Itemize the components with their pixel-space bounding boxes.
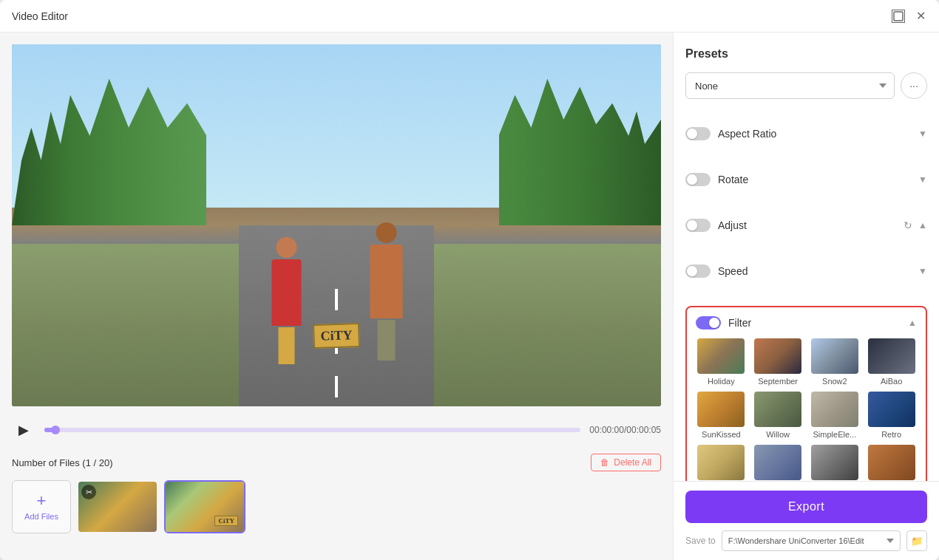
rotate-label: Rotate xyxy=(718,174,748,185)
delete-all-button[interactable]: 🗑 Delete All xyxy=(591,454,661,471)
close-button[interactable]: ✕ xyxy=(914,10,927,23)
filter-thumb-sunkissed xyxy=(697,392,745,427)
progress-bar[interactable] xyxy=(44,428,580,432)
aspect-ratio-toggle[interactable] xyxy=(685,127,711,140)
title-bar: Video Editor ✕ xyxy=(0,0,939,33)
filter-item-snow2[interactable]: Snow2 xyxy=(810,338,861,386)
adjust-row[interactable]: Adjust ↻ ▲ xyxy=(685,214,927,236)
refresh-icon[interactable]: ↻ xyxy=(904,219,912,231)
add-files-label: Add Files xyxy=(24,512,58,521)
folder-icon: 📁 xyxy=(911,536,923,547)
filter-item-sunkissed[interactable]: SunKissed xyxy=(696,392,747,439)
folder-button[interactable]: 📁 xyxy=(906,530,927,551)
presets-select[interactable]: None xyxy=(685,72,895,99)
export-button[interactable]: Export xyxy=(685,491,927,523)
filter-item-fuzzy[interactable]: Fuzzy xyxy=(866,445,917,481)
filter-label-sunkissed: SunKissed xyxy=(702,430,741,439)
filter-section: Filter ▲ HolidaySeptemberSnow2AiBaoSunKi… xyxy=(685,306,927,481)
aspect-ratio-label: Aspect Ratio xyxy=(718,128,776,140)
filter-label-snow2: Snow2 xyxy=(822,377,847,386)
play-button[interactable]: ▶ xyxy=(12,418,35,442)
filter-chevron[interactable]: ▲ xyxy=(908,318,917,328)
speed-chevron: ▼ xyxy=(918,266,927,276)
add-files-button[interactable]: + Add Files xyxy=(12,480,71,533)
filter-thumb-raindrop xyxy=(754,445,801,480)
filter-item-aibao[interactable]: AiBao xyxy=(866,338,917,386)
thumbnails-row: + Add Files ✂ CiTY xyxy=(12,480,661,533)
main-window: Video Editor ✕ xyxy=(0,0,939,560)
filter-item-willow[interactable]: Willow xyxy=(753,392,804,439)
city-sign: CiTY xyxy=(313,323,360,349)
scissors-icon: ✂ xyxy=(81,485,96,499)
rotate-row[interactable]: Rotate ▼ xyxy=(685,168,927,191)
rotate-toggle[interactable] xyxy=(685,173,711,186)
right-panel: Presets None ··· xyxy=(673,33,939,560)
toggle-knob-filter xyxy=(709,318,719,328)
play-icon: ▶ xyxy=(18,422,29,438)
filter-thumb-bwnoise xyxy=(811,445,858,480)
thumbnail-bg-active: CiTY xyxy=(166,482,244,532)
more-options-button[interactable]: ··· xyxy=(901,72,927,99)
playback-controls: ▶ 00:00:00/00:00:05 xyxy=(12,415,661,445)
filter-grid: HolidaySeptemberSnow2AiBaoSunKissedWillo… xyxy=(696,338,917,481)
filter-label: Filter xyxy=(728,317,751,329)
thumbnail-item-active[interactable]: CiTY xyxy=(164,480,245,533)
person2 xyxy=(365,222,409,370)
trash-icon: 🗑 xyxy=(600,457,609,468)
files-section: Number of Files (1 / 20) 🗑 Delete All xyxy=(12,454,661,471)
video-player: CiTY xyxy=(12,44,661,406)
panel-footer: Export Save to F:\Wondershare UniConvert… xyxy=(674,481,939,560)
filter-item-simpleele[interactable]: SimpleEle... xyxy=(810,392,861,439)
thumbnail-sign: CiTY xyxy=(214,516,238,526)
main-content: CiTY ▶ xyxy=(0,33,939,560)
section-right-adjust: ↻ ▲ xyxy=(904,219,927,231)
aspect-ratio-row[interactable]: Aspect Ratio ▼ xyxy=(685,123,927,145)
filter-header-left: Filter xyxy=(696,316,751,329)
speed-label: Speed xyxy=(718,265,748,277)
panel-inner: Presets None ··· xyxy=(674,33,939,481)
filter-item-retro[interactable]: Retro xyxy=(866,392,917,439)
filter-thumb-retro xyxy=(868,392,915,427)
filter-item-september[interactable]: September xyxy=(753,338,804,386)
filter-thumb-simpleele xyxy=(811,392,858,427)
save-to-label: Save to xyxy=(685,536,716,546)
adjust-label: Adjust xyxy=(718,219,747,231)
thumbnail-item[interactable]: ✂ xyxy=(77,480,158,533)
video-scene: CiTY xyxy=(12,44,661,406)
section-left-adjust: Adjust xyxy=(685,219,747,232)
save-path-select[interactable]: F:\Wondershare UniConverter 16\Edit xyxy=(722,530,901,551)
filter-thumb-september xyxy=(754,338,801,374)
filter-label-holiday: Holiday xyxy=(708,377,735,386)
filter-item-raindrop[interactable]: RainDrop xyxy=(753,445,804,481)
presets-label: Presets xyxy=(685,47,927,61)
presets-section: Presets xyxy=(685,47,927,61)
svg-rect-0 xyxy=(894,12,903,21)
speed-toggle[interactable] xyxy=(685,264,711,278)
speed-row[interactable]: Speed ▼ xyxy=(685,260,927,282)
thumbnail-bg: ✂ xyxy=(78,482,157,532)
window-controls: ✕ xyxy=(892,10,927,23)
save-to-row: Save to F:\Wondershare UniConverter 16\E… xyxy=(685,530,927,551)
presets-row: None ··· xyxy=(685,72,927,99)
video-area: CiTY ▶ xyxy=(0,33,673,560)
toggle-knob-adjust xyxy=(687,220,697,231)
window-title: Video Editor xyxy=(12,10,68,22)
minimize-button[interactable] xyxy=(892,10,905,23)
progress-thumb xyxy=(51,426,60,434)
filter-thumb-fuzzy xyxy=(868,445,915,480)
person-group: CiTY xyxy=(264,222,408,370)
filter-item-glow[interactable]: Glow xyxy=(696,445,747,481)
plus-icon: + xyxy=(37,493,47,509)
filter-item-bwnoise[interactable]: BW_Noise xyxy=(810,445,861,481)
filter-thumb-willow xyxy=(754,392,801,427)
filter-header: Filter ▲ xyxy=(696,316,917,329)
person1 xyxy=(264,237,308,370)
more-icon: ··· xyxy=(909,80,918,92)
filter-toggle[interactable] xyxy=(696,316,721,329)
adjust-toggle[interactable] xyxy=(685,219,711,232)
delete-all-label: Delete All xyxy=(614,457,651,468)
filter-thumb-glow xyxy=(697,445,745,480)
filter-label-willow: Willow xyxy=(766,430,790,439)
filter-item-holiday[interactable]: Holiday xyxy=(696,338,747,386)
filter-label-retro: Retro xyxy=(881,430,901,439)
